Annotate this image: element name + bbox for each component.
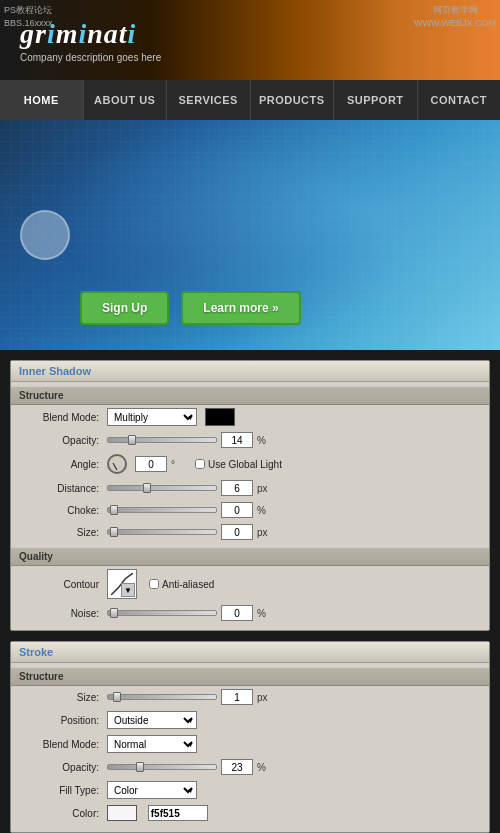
stroke-title: Stroke: [11, 642, 489, 663]
stroke-opacity-slider[interactable]: [107, 764, 217, 770]
angle-dial[interactable]: [107, 454, 127, 474]
stroke-opacity-label: Opacity:: [19, 762, 99, 773]
stroke-size-label: Size:: [19, 692, 99, 703]
blend-mode-row: Blend Mode: Multiply Normal Screen Overl…: [11, 405, 489, 429]
nav-item-services[interactable]: SERVICES: [167, 80, 251, 120]
distance-label: Distance:: [19, 483, 99, 494]
color-preview-swatch[interactable]: [107, 805, 137, 821]
nav-item-contact[interactable]: CONTACT: [418, 80, 501, 120]
position-dropdown-wrapper[interactable]: Outside Inside Center: [107, 711, 197, 729]
fill-type-wrapper[interactable]: Color Gradient Pattern: [107, 781, 197, 799]
distance-row: Distance: px: [11, 477, 489, 499]
global-light-checkbox[interactable]: [195, 459, 205, 469]
hash-symbol: [141, 808, 144, 819]
stroke-size-thumb: [113, 692, 121, 702]
stroke-blend-select[interactable]: Normal Multiply Screen: [107, 735, 197, 753]
logo-tagline: Company description goes here: [20, 52, 161, 63]
stroke-opacity-input[interactable]: [221, 759, 253, 775]
distance-thumb: [143, 483, 151, 493]
stroke-structure-title: Structure: [11, 667, 489, 686]
size-row-shadow: Size: px: [11, 521, 489, 543]
noise-thumb: [110, 608, 118, 618]
stroke-opacity-row: Opacity: %: [11, 756, 489, 778]
hero-circle-decoration: [20, 210, 70, 260]
size-slider-shadow[interactable]: [107, 529, 217, 535]
inner-shadow-panel: Inner Shadow Structure Blend Mode: Multi…: [10, 360, 490, 631]
global-light-label: Use Global Light: [195, 459, 282, 470]
photoshop-panels: Inner Shadow Structure Blend Mode: Multi…: [0, 350, 500, 833]
signup-button[interactable]: Sign Up: [80, 291, 169, 325]
fill-type-row: Fill Type: Color Gradient Pattern: [11, 778, 489, 802]
choke-thumb: [110, 505, 118, 515]
opacity-row: Opacity: %: [11, 429, 489, 451]
nav-item-home[interactable]: HOME: [0, 80, 84, 120]
position-select[interactable]: Outside Inside Center: [107, 711, 197, 729]
color-label: Color:: [19, 808, 99, 819]
color-hex-input[interactable]: [148, 805, 208, 821]
blend-mode-color-swatch[interactable]: [205, 408, 235, 426]
nav: HOME ABOUT US SERVICES PRODUCTS SUPPORT …: [0, 80, 500, 120]
stroke-size-slider[interactable]: [107, 694, 217, 700]
anti-aliased-label: Anti-aliased: [149, 579, 214, 590]
position-label: Position:: [19, 715, 99, 726]
nav-item-products[interactable]: PRODUCTS: [251, 80, 335, 120]
distance-input[interactable]: [221, 480, 253, 496]
watermark-top-right: 网页教学网 WWW.WEBJX.COM: [414, 4, 496, 29]
nav-item-about[interactable]: ABOUT US: [84, 80, 168, 120]
angle-needle: [113, 463, 118, 470]
opacity-input[interactable]: [221, 432, 253, 448]
learn-more-button[interactable]: Learn more »: [181, 291, 300, 325]
choke-unit: %: [257, 505, 271, 516]
noise-unit: %: [257, 608, 271, 619]
fill-type-select[interactable]: Color Gradient Pattern: [107, 781, 197, 799]
inner-shadow-title: Inner Shadow: [11, 361, 489, 382]
position-row: Position: Outside Inside Center: [11, 708, 489, 732]
fill-type-label: Fill Type:: [19, 785, 99, 796]
choke-row: Choke: %: [11, 499, 489, 521]
blend-mode-label: Blend Mode:: [19, 412, 99, 423]
watermark-top-left: PS教程论坛 BBS.16xxxx: [4, 4, 53, 29]
distance-unit: px: [257, 483, 271, 494]
size-thumb-shadow: [110, 527, 118, 537]
stroke-blend-wrapper[interactable]: Normal Multiply Screen: [107, 735, 197, 753]
choke-slider[interactable]: [107, 507, 217, 513]
structure-section-title: Structure: [11, 386, 489, 405]
stroke-panel: Stroke Structure Size: px Position: Outs…: [10, 641, 490, 833]
choke-label: Choke:: [19, 505, 99, 516]
blend-mode-dropdown-wrapper[interactable]: Multiply Normal Screen Overlay: [107, 408, 197, 426]
opacity-slider[interactable]: [107, 437, 217, 443]
angle-unit: °: [171, 459, 185, 470]
angle-label: Angle:: [19, 459, 99, 470]
noise-input[interactable]: [221, 605, 253, 621]
stroke-blend-label: Blend Mode:: [19, 739, 99, 750]
stroke-size-row: Size: px: [11, 686, 489, 708]
blend-mode-select[interactable]: Multiply Normal Screen Overlay: [107, 408, 197, 426]
choke-input[interactable]: [221, 502, 253, 518]
hero-buttons: Sign Up Learn more »: [80, 291, 301, 325]
contour-label: Contour: [19, 579, 99, 590]
hero-banner: Sign Up Learn more »: [0, 120, 500, 350]
stroke-opacity-thumb: [136, 762, 144, 772]
stroke-size-unit: px: [257, 692, 271, 703]
stroke-blend-row: Blend Mode: Normal Multiply Screen: [11, 732, 489, 756]
size-label-shadow: Size:: [19, 527, 99, 538]
size-unit-shadow: px: [257, 527, 271, 538]
distance-slider[interactable]: [107, 485, 217, 491]
noise-row: Noise: %: [11, 602, 489, 624]
anti-aliased-checkbox[interactable]: [149, 579, 159, 589]
nav-item-support[interactable]: SUPPORT: [334, 80, 418, 120]
stroke-size-input[interactable]: [221, 689, 253, 705]
quality-section-title: Quality: [11, 547, 489, 566]
contour-dropdown-arrow: ▼: [121, 583, 135, 597]
opacity-label: Opacity:: [19, 435, 99, 446]
contour-thumbnail[interactable]: ▼: [107, 569, 137, 599]
color-row: Color:: [11, 802, 489, 824]
opacity-thumb: [128, 435, 136, 445]
contour-row: Contour ▼ Anti-aliased: [11, 566, 489, 602]
angle-input[interactable]: [135, 456, 167, 472]
noise-slider[interactable]: [107, 610, 217, 616]
header: PS教程论坛 BBS.16xxxx 网页教学网 WWW.WEBJX.COM gr…: [0, 0, 500, 80]
noise-label: Noise:: [19, 608, 99, 619]
size-input-shadow[interactable]: [221, 524, 253, 540]
stroke-opacity-unit: %: [257, 762, 271, 773]
